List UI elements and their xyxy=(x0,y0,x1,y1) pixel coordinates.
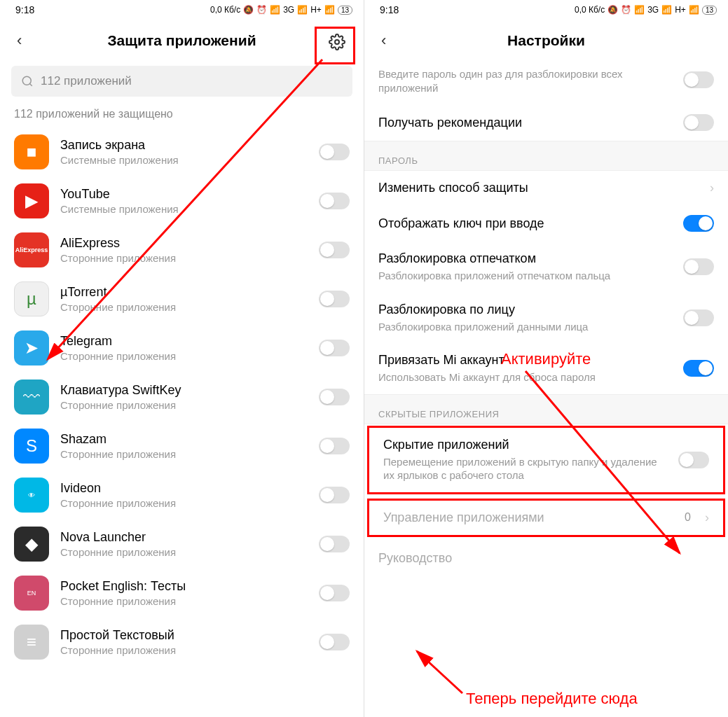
alarm-icon: ⏰ xyxy=(256,5,267,15)
toggle-app-lock[interactable] xyxy=(319,438,350,454)
toggle-app-lock[interactable] xyxy=(319,585,350,601)
app-icon: AliExpress xyxy=(14,232,49,267)
app-category: Сторонние приложения xyxy=(60,595,308,607)
status-bar: 9:18 0,0 Кб/с 🔕⏰📶 3G📶 H+📶 13 xyxy=(364,0,728,20)
toggle-app-lock[interactable] xyxy=(319,389,350,405)
app-info: µTorrentСторонние приложения xyxy=(60,285,308,313)
app-info: Nova LauncherСторонние приложения xyxy=(60,530,308,558)
app-row[interactable]: ENPocket English: ТестыСторонние приложе… xyxy=(0,569,364,618)
app-icon: ◆ xyxy=(14,527,49,562)
toggle-app-lock[interactable] xyxy=(319,340,350,356)
toggle-recommendations[interactable] xyxy=(683,114,714,131)
section-label: 112 приложений не защищено xyxy=(0,104,364,127)
toggle-app-lock[interactable] xyxy=(319,193,350,209)
app-icon: ▶ xyxy=(14,183,49,218)
svg-point-0 xyxy=(335,40,339,44)
search-placeholder: 112 приложений xyxy=(41,74,132,88)
app-row[interactable]: ≡Простой ТекстовыйСторонние приложения xyxy=(0,618,364,667)
section-header-password: ПАРОЛЬ xyxy=(364,141,728,171)
app-row[interactable]: ◆Nova LauncherСторонние приложения xyxy=(0,520,364,569)
app-name: Ivideon xyxy=(60,481,308,496)
app-category: Сторонние приложения xyxy=(60,301,308,313)
svg-line-2 xyxy=(29,83,32,85)
toggle-app-lock[interactable] xyxy=(319,487,350,503)
signal-icon: 📶 xyxy=(297,5,308,15)
manage-count: 0 xyxy=(685,511,691,524)
app-info: TelegramСторонние приложения xyxy=(60,334,308,362)
app-category: Сторонние приложения xyxy=(60,252,308,264)
svg-point-1 xyxy=(22,76,31,85)
app-row[interactable]: AliExpressAliExpressСторонние приложения xyxy=(0,225,364,274)
toggle-hide-apps[interactable] xyxy=(678,452,709,468)
app-icon: 〰 xyxy=(14,380,49,415)
setting-group-unlock[interactable]: Введите пароль один раз для разблокировк… xyxy=(364,62,728,104)
app-info: YouTubeСистемные приложения xyxy=(60,187,308,215)
app-category: Сторонние приложения xyxy=(60,546,308,558)
svg-line-5 xyxy=(417,651,462,693)
app-row[interactable]: ➤TelegramСторонние приложения xyxy=(0,323,364,373)
back-button[interactable]: ‹ xyxy=(376,26,392,55)
setting-show-key[interactable]: Отображать ключ при вводе xyxy=(364,205,728,242)
back-button[interactable]: ‹ xyxy=(11,26,27,55)
battery-icon: 13 xyxy=(338,6,352,15)
app-name: Запись экрана xyxy=(60,138,308,153)
app-info: ShazamСторонние приложения xyxy=(60,432,308,460)
app-info: Pocket English: ТестыСторонние приложени… xyxy=(60,579,308,607)
toggle-app-lock[interactable] xyxy=(319,536,350,552)
chevron-right-icon: › xyxy=(710,181,714,195)
setting-fingerprint[interactable]: Разблокировка отпечатком Разблокировка п… xyxy=(364,242,728,293)
wifi-icon: 📶 xyxy=(324,5,335,15)
app-row[interactable]: SShazamСторонние приложения xyxy=(0,422,364,471)
toggle-app-lock[interactable] xyxy=(319,634,350,650)
setting-guide[interactable]: Руководство xyxy=(364,541,728,576)
app-info: IvideonСторонние приложения xyxy=(60,481,308,509)
search-input[interactable]: 112 приложений xyxy=(11,66,352,97)
app-category: Сторонние приложения xyxy=(60,399,308,411)
app-name: Shazam xyxy=(60,432,308,447)
toggle-app-lock[interactable] xyxy=(319,291,350,307)
search-icon xyxy=(21,75,34,88)
left-screen: 9:18 0,0 Кб/с 🔕 ⏰ 📶 3G 📶 H+ 📶 13 ‹ Защит… xyxy=(0,0,364,717)
app-row[interactable]: 👁IvideonСторонние приложения xyxy=(0,471,364,520)
app-category: Системные приложения xyxy=(60,154,308,166)
setting-face[interactable]: Разблокировка по лицу Разблокировка прил… xyxy=(364,293,728,344)
app-row[interactable]: ▶YouTubeСистемные приложения xyxy=(0,176,364,225)
app-icon: ≡ xyxy=(14,625,49,660)
toggle-face-unlock[interactable] xyxy=(683,309,714,326)
setting-manage-apps[interactable]: Управление приложениями 0 › xyxy=(367,499,725,537)
toggle-app-lock[interactable] xyxy=(319,144,350,160)
app-category: Системные приложения xyxy=(60,203,308,215)
setting-recommendations[interactable]: Получать рекомендации xyxy=(364,104,728,141)
app-icon: µ xyxy=(14,281,49,316)
right-screen: 9:18 0,0 Кб/с 🔕⏰📶 3G📶 H+📶 13 ‹ Настройки… xyxy=(364,0,728,717)
toggle-app-lock[interactable] xyxy=(319,242,350,258)
toggle-mi-account[interactable] xyxy=(683,360,714,377)
app-list: ■Запись экранаСистемные приложения▶YouTu… xyxy=(0,127,364,667)
app-name: Pocket English: Тесты xyxy=(60,579,308,594)
status-bar: 9:18 0,0 Кб/с 🔕 ⏰ 📶 3G 📶 H+ 📶 13 xyxy=(0,0,364,20)
page-title: Защита приложений xyxy=(0,32,364,49)
toggle-group-unlock[interactable] xyxy=(683,71,714,88)
toggle-fingerprint[interactable] xyxy=(683,258,714,275)
status-time: 9:18 xyxy=(15,4,34,15)
nav-bar: ‹ Настройки xyxy=(364,20,728,62)
app-row[interactable]: µµTorrentСторонние приложения xyxy=(0,274,364,323)
setting-hide-apps[interactable]: Скрытие приложений Перемещение приложени… xyxy=(367,426,725,494)
app-row[interactable]: 〰Клавиатура SwiftKeyСторонние приложения xyxy=(0,373,364,422)
app-category: Сторонние приложения xyxy=(60,448,308,460)
toggle-show-key[interactable] xyxy=(683,215,714,232)
status-icons: 0,0 Кб/с 🔕 ⏰ 📶 3G 📶 H+ 📶 13 xyxy=(210,5,352,15)
chevron-right-icon: › xyxy=(705,510,709,525)
settings-button[interactable] xyxy=(324,29,350,55)
app-name: Nova Launcher xyxy=(60,530,308,545)
signal-icon: 📶 xyxy=(270,5,280,15)
app-icon: ■ xyxy=(14,134,49,169)
app-row[interactable]: ■Запись экранаСистемные приложения xyxy=(0,127,364,176)
annotation-activate: Активируйте xyxy=(501,350,591,368)
app-name: µTorrent xyxy=(60,285,308,300)
app-info: Запись экранаСистемные приложения xyxy=(60,138,308,166)
app-name: AliExpress xyxy=(60,236,308,251)
gear-icon xyxy=(329,34,345,50)
app-icon: ➤ xyxy=(14,330,49,366)
setting-change-method[interactable]: Изменить способ защиты › xyxy=(364,171,728,205)
